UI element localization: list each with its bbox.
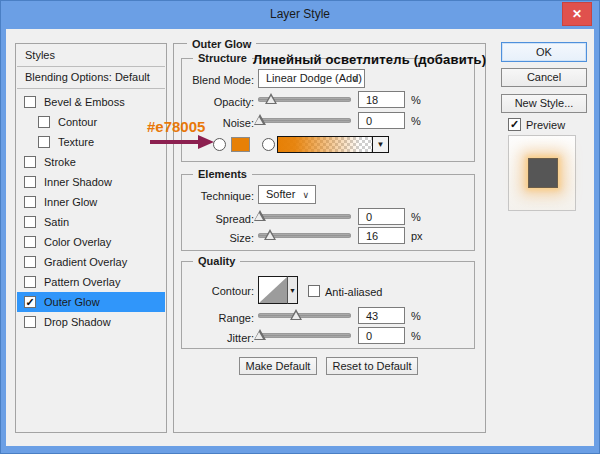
quality-legend: Quality [193, 255, 240, 267]
annotation-color-hex: #e78005 [147, 118, 205, 135]
sidebar-item-label: Pattern Overlay [44, 276, 120, 288]
opacity-slider[interactable] [258, 92, 351, 106]
sidebar-item-label: Stroke [44, 156, 76, 168]
slider-track[interactable] [258, 313, 351, 318]
checkbox[interactable] [38, 136, 50, 148]
sidebar-item-label: Satin [44, 216, 69, 228]
checkbox[interactable] [24, 216, 36, 228]
sidebar-item-color-overlay[interactable]: Color Overlay [17, 232, 165, 252]
size-input[interactable]: 16 [358, 227, 405, 244]
elements-legend: Elements [193, 168, 252, 180]
contour-thumbnail[interactable] [258, 276, 288, 304]
window-title: Layer Style [1, 7, 599, 21]
slider-thumb[interactable] [265, 93, 277, 104]
blend-mode-select[interactable]: Linear Dodge (Add) ∨ [258, 69, 365, 88]
jitter-unit: % [411, 330, 421, 342]
sidebar-item-label: Drop Shadow [44, 316, 111, 328]
ok-button[interactable]: OK [501, 42, 587, 62]
spread-label: Spread: [181, 213, 254, 225]
slider-thumb[interactable] [254, 210, 266, 221]
noise-input[interactable]: 0 [358, 112, 405, 129]
chevron-down-icon: ∨ [302, 187, 309, 204]
slider-track[interactable] [258, 214, 351, 219]
slider-thumb[interactable] [254, 114, 266, 125]
gradient-swatch[interactable] [277, 136, 373, 153]
contour-picker-arrow-icon[interactable]: ▼ [287, 276, 298, 304]
opacity-input[interactable]: 18 [358, 91, 405, 108]
checkbox[interactable] [24, 156, 36, 168]
sidebar-item-label: Inner Shadow [44, 176, 112, 188]
divider [17, 88, 165, 89]
sidebar-item-label: Inner Glow [44, 196, 97, 208]
chevron-down-icon: ∨ [351, 71, 358, 88]
slider-track[interactable] [258, 333, 351, 338]
sidebar-item-stroke[interactable]: Stroke [17, 152, 165, 172]
color-swatch[interactable] [231, 137, 250, 152]
blend-mode-value: Linear Dodge (Add) [266, 72, 362, 84]
sidebar-item-satin[interactable]: Satin [17, 212, 165, 232]
opacity-label: Opacity: [181, 96, 254, 108]
sidebar-item-label: Gradient Overlay [44, 256, 127, 268]
anti-aliased-checkbox[interactable] [308, 285, 320, 297]
slider-thumb[interactable] [254, 329, 266, 340]
sidebar-item-outer-glow[interactable]: ✓ Outer Glow [17, 292, 165, 312]
linear-contour-shape [259, 277, 287, 303]
annotation-arrow-icon [148, 134, 216, 150]
sidebar-item-inner-glow[interactable]: Inner Glow [17, 192, 165, 212]
sidebar-item-gradient-overlay[interactable]: Gradient Overlay [17, 252, 165, 272]
checkbox[interactable] [24, 196, 36, 208]
divider [17, 66, 165, 67]
checkbox[interactable] [24, 236, 36, 248]
sidebar-item-inner-shadow[interactable]: Inner Shadow [17, 172, 165, 192]
sidebar-item-drop-shadow[interactable]: Drop Shadow [17, 312, 165, 332]
gradient-radio[interactable] [262, 138, 275, 151]
checkbox[interactable] [24, 176, 36, 188]
spread-slider[interactable] [258, 209, 351, 223]
jitter-input[interactable]: 0 [358, 327, 405, 344]
new-style-button[interactable]: New Style... [501, 94, 587, 113]
slider-thumb[interactable] [290, 309, 302, 320]
range-unit: % [411, 310, 421, 322]
spread-unit: % [411, 211, 421, 223]
panel-title: Outer Glow [187, 38, 256, 50]
checkbox[interactable] [24, 316, 36, 328]
gradient-picker-arrow-icon[interactable]: ▼ [373, 136, 389, 153]
opacity-unit: % [411, 94, 421, 106]
annotation-blend-note: Линейный осветлитель (добавить) [253, 52, 486, 67]
checkbox-checked[interactable]: ✓ [24, 296, 36, 308]
slider-track[interactable] [258, 118, 351, 123]
sidebar-item-label: Bevel & Emboss [44, 96, 125, 108]
sidebar-item-pattern-overlay[interactable]: Pattern Overlay [17, 272, 165, 292]
sidebar-item-label: Color Overlay [44, 236, 111, 248]
checkbox[interactable] [24, 256, 36, 268]
range-slider[interactable] [258, 308, 351, 322]
range-input[interactable]: 43 [358, 307, 405, 324]
sidebar-item-label: Contour [58, 116, 97, 128]
sidebar-item-blending-options[interactable]: Blending Options: Default [25, 71, 150, 83]
cancel-button[interactable]: Cancel [501, 68, 587, 87]
noise-slider[interactable] [258, 113, 351, 127]
blend-mode-label: Blend Mode: [181, 74, 254, 86]
layer-style-dialog: Layer Style ✕ Styles Blending Options: D… [0, 0, 600, 454]
reset-to-default-button[interactable]: Reset to Default [326, 357, 418, 375]
preview-checkbox[interactable]: ✓ [508, 118, 521, 131]
technique-value: Softer [266, 188, 295, 200]
checkbox[interactable] [24, 96, 36, 108]
sidebar-item-texture[interactable]: Texture [17, 132, 165, 152]
size-label: Size: [181, 232, 254, 244]
make-default-button[interactable]: Make Default [239, 357, 317, 375]
jitter-label: Jitter: [181, 332, 254, 344]
noise-unit: % [411, 115, 421, 127]
checkbox[interactable] [24, 276, 36, 288]
sidebar-item-contour[interactable]: Contour [17, 112, 165, 132]
jitter-slider[interactable] [258, 328, 351, 342]
size-slider[interactable] [258, 228, 351, 242]
spread-input[interactable]: 0 [358, 208, 405, 225]
technique-label: Technique: [181, 190, 254, 202]
sidebar-item-bevel-emboss[interactable]: Bevel & Emboss [17, 92, 165, 112]
preview-glow-square [528, 158, 558, 188]
slider-thumb[interactable] [264, 229, 276, 240]
technique-select[interactable]: Softer ∨ [258, 185, 316, 204]
checkbox[interactable] [38, 116, 50, 128]
close-icon[interactable]: ✕ [562, 2, 592, 26]
